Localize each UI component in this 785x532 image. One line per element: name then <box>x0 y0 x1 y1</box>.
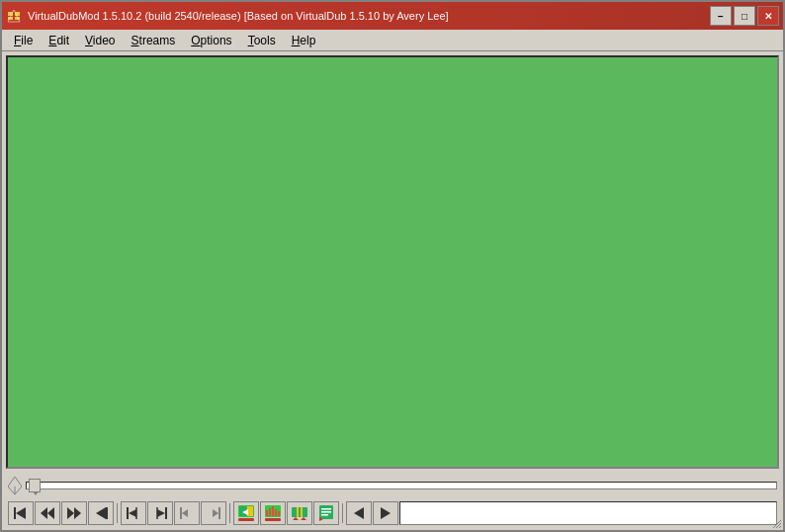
toolbar-spacer <box>399 501 777 525</box>
previous-button[interactable] <box>346 501 372 525</box>
svg-line-51 <box>779 526 781 528</box>
minimize-button[interactable]: − <box>710 6 732 26</box>
timeline-track[interactable] <box>26 482 777 489</box>
title-bar-buttons: − □ ✕ <box>710 6 779 26</box>
svg-marker-24 <box>213 509 218 517</box>
svg-rect-15 <box>127 507 129 519</box>
svg-marker-10 <box>41 507 47 519</box>
step-back-button[interactable] <box>35 501 60 525</box>
svg-rect-14 <box>106 507 108 519</box>
toolbar-sep-3 <box>342 503 343 523</box>
next-button[interactable] <box>373 501 398 525</box>
close-button[interactable]: ✕ <box>757 6 779 26</box>
svg-rect-3 <box>8 16 20 17</box>
bottom-area <box>2 473 783 530</box>
svg-rect-18 <box>165 507 167 519</box>
title-bar: VirtualDubMod 1.5.10.2 (build 2540/relea… <box>2 2 783 30</box>
mark-in-button[interactable] <box>121 501 146 525</box>
svg-rect-21 <box>180 507 182 519</box>
timeline-thumb[interactable] <box>29 479 41 492</box>
video-filters-button[interactable] <box>233 501 259 525</box>
svg-rect-33 <box>272 506 274 516</box>
script-button[interactable] <box>313 501 339 525</box>
svg-marker-11 <box>67 507 74 519</box>
svg-rect-32 <box>269 508 271 516</box>
resize-handle-icon[interactable] <box>771 518 781 528</box>
menu-streams[interactable]: Streams <box>124 32 184 49</box>
svg-rect-45 <box>321 511 331 513</box>
svg-marker-16 <box>129 509 136 517</box>
menu-tools[interactable]: Tools <box>240 32 284 49</box>
toolbar <box>6 498 779 528</box>
svg-rect-46 <box>321 514 328 516</box>
rewind-to-start-button[interactable] <box>8 501 34 525</box>
title-bar-left: VirtualDubMod 1.5.10.2 (build 2540/relea… <box>6 8 449 24</box>
maximize-button[interactable]: □ <box>734 6 755 26</box>
window-title: VirtualDubMod 1.5.10.2 (build 2540/relea… <box>28 10 449 22</box>
svg-marker-41 <box>301 517 306 520</box>
svg-rect-36 <box>265 518 281 521</box>
svg-rect-29 <box>238 518 254 521</box>
audio-filters-button[interactable] <box>260 501 286 525</box>
svg-marker-8 <box>16 507 26 519</box>
svg-rect-31 <box>266 510 268 516</box>
svg-marker-9 <box>47 507 54 519</box>
main-window: VirtualDubMod 1.5.10.2 (build 2540/relea… <box>0 0 785 532</box>
goto-mark-out-button[interactable] <box>201 501 226 525</box>
svg-rect-7 <box>14 507 16 519</box>
svg-rect-44 <box>321 508 331 510</box>
menu-video[interactable]: Video <box>77 32 123 49</box>
toolbar-sep-2 <box>229 503 230 523</box>
svg-rect-37 <box>292 507 307 517</box>
svg-rect-35 <box>278 511 280 516</box>
toolbar-sep-1 <box>117 503 118 523</box>
step-forward-button[interactable] <box>61 501 87 525</box>
svg-rect-34 <box>275 509 277 516</box>
menu-help[interactable]: Help <box>284 32 324 49</box>
menu-bar: File Edit Video Streams Options Tools He… <box>2 30 783 51</box>
goto-mark-in-button[interactable] <box>174 501 200 525</box>
svg-marker-22 <box>182 509 188 517</box>
slider-marker-icon <box>8 477 22 494</box>
svg-marker-13 <box>96 507 106 519</box>
menu-options[interactable]: Options <box>183 32 239 49</box>
fast-forward-button[interactable] <box>88 501 114 525</box>
svg-rect-23 <box>218 507 220 519</box>
svg-marker-48 <box>381 507 391 519</box>
svg-marker-12 <box>74 507 81 519</box>
video-preview-area <box>6 55 779 469</box>
mark-out-button[interactable] <box>147 501 173 525</box>
svg-marker-40 <box>293 517 299 520</box>
svg-marker-19 <box>157 509 165 517</box>
menu-file[interactable]: File <box>6 32 41 49</box>
app-icon <box>6 8 22 24</box>
menu-edit[interactable]: Edit <box>41 32 77 49</box>
timeline-slider-container <box>6 475 779 496</box>
segment-button[interactable] <box>287 501 312 525</box>
svg-marker-47 <box>354 507 364 519</box>
